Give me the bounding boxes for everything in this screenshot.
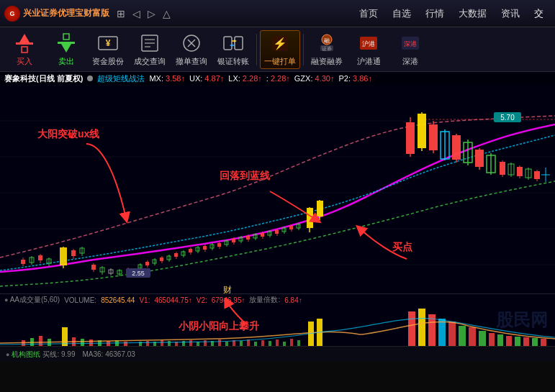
svg-rect-174	[269, 341, 271, 346]
svg-rect-129	[500, 162, 505, 175]
svg-marker-20	[230, 44, 233, 47]
hk-button[interactable]: 沪港 沪港通	[348, 30, 389, 69]
nav-market[interactable]: 行情	[418, 4, 451, 23]
svg-text:2.55: 2.55	[132, 270, 145, 277]
svg-rect-53	[91, 265, 96, 270]
svg-rect-117	[429, 124, 438, 150]
svg-rect-113	[406, 122, 415, 154]
deal-label: 成交查询	[134, 56, 166, 67]
svg-rect-184	[438, 319, 446, 346]
status-item-1: ● 机构图纸 买线: 9.99	[6, 350, 75, 360]
buy-button[interactable]: 买入	[4, 30, 45, 69]
main-chart-svg: 5.70 2.55	[0, 85, 555, 293]
buy-label: 买入	[17, 56, 32, 67]
svg-rect-185	[448, 322, 456, 346]
svg-rect-150	[81, 339, 84, 346]
margin-button[interactable]: 融 证券 融资融券	[307, 30, 347, 69]
svg-rect-69	[160, 257, 163, 261]
stock-mx: MX: 3.58↑	[149, 74, 185, 83]
buy-icon	[13, 32, 36, 55]
nav-watchlist[interactable]: 自选	[385, 4, 418, 23]
logo-text: 兴业证券优理宝财富版	[23, 7, 109, 19]
svg-rect-89	[232, 239, 235, 242]
assets-icon: ¥	[96, 32, 119, 55]
svg-rect-192	[515, 337, 520, 346]
svg-rect-187	[469, 327, 476, 346]
status-ma36: MA36: 46367.03	[82, 350, 135, 358]
nav-news[interactable]: 资讯	[494, 4, 527, 23]
svg-rect-3	[58, 42, 75, 44]
cancel-button[interactable]: 撤单查询	[171, 30, 212, 69]
svg-text:深港: 深港	[404, 40, 417, 47]
svg-rect-195	[541, 339, 546, 346]
status-buy-line: 买线: 9.99	[42, 350, 75, 360]
transfer-icon	[222, 32, 245, 55]
toolbar-divider-2	[303, 34, 304, 65]
nav-home[interactable]: 首页	[352, 4, 385, 23]
svg-rect-125	[475, 150, 484, 167]
nav-next-icon[interactable]: ▷	[145, 6, 158, 21]
svg-rect-0	[16, 42, 33, 45]
logo-icon: G	[4, 6, 20, 22]
svg-rect-191	[506, 336, 512, 346]
svg-rect-97	[261, 233, 264, 237]
volume-svg	[0, 306, 555, 346]
transfer-label: 银证转账	[217, 56, 249, 67]
svg-rect-178	[297, 340, 300, 346]
nav-grid-icon[interactable]: ⊞	[114, 6, 128, 21]
svg-rect-170	[240, 341, 243, 346]
toolbar-divider-1	[256, 34, 257, 65]
shen-button[interactable]: 深港 深港	[390, 30, 430, 69]
onekey-button[interactable]: ⚡ 一键打单	[260, 30, 300, 69]
cancel-icon	[180, 32, 203, 55]
sell-button[interactable]: 卖出	[46, 30, 86, 69]
status-item-2: MA36: 46367.03	[82, 350, 135, 358]
svg-rect-146	[39, 336, 42, 346]
svg-rect-186	[459, 326, 466, 346]
hk-label: 沪港通	[357, 56, 381, 67]
nav-bigdata[interactable]: 大数据	[451, 4, 494, 23]
svg-rect-181	[408, 311, 415, 346]
deal-icon	[138, 32, 161, 55]
onekey-icon: ⚡	[269, 32, 292, 55]
nav-controls: ⊞ ◁ ▷ △	[114, 6, 173, 21]
svg-text:⚡: ⚡	[273, 37, 287, 50]
vol-ratio-val: 6.84↑	[284, 296, 302, 304]
vol-volume-label: VOLUME:	[64, 296, 96, 304]
stock-lx: LX: 2.28↑	[228, 74, 262, 83]
stock-ux: UX: 4.87↑	[189, 74, 224, 83]
svg-rect-160	[168, 341, 171, 346]
svg-rect-39	[21, 260, 25, 264]
svg-rect-163	[189, 340, 192, 346]
onekey-label: 一键打单	[264, 56, 296, 67]
vol-v2-val: 67946.95↑	[212, 296, 245, 304]
svg-rect-167	[218, 339, 221, 346]
vol-volume-val: 852645.44	[101, 296, 135, 304]
chart-container[interactable]: 赛象科技(日线 前夏权) 超级矩线战法 MX: 3.58↑ UX: 4.87↑ …	[0, 72, 555, 346]
svg-rect-175	[276, 339, 279, 346]
stock-val: : 2.28↑	[266, 74, 290, 83]
svg-rect-5	[63, 34, 69, 40]
svg-rect-177	[290, 339, 293, 346]
svg-rect-193	[523, 337, 529, 346]
svg-rect-151	[89, 339, 93, 346]
svg-rect-189	[489, 333, 495, 346]
svg-rect-148	[62, 327, 68, 346]
svg-rect-16	[235, 37, 243, 50]
volume-info-bar: ● AA成交量(5,60) VOLUME: 852645.44 V1: 4650…	[0, 294, 555, 306]
status-bar: ● 机构图纸 买线: 9.99 MA36: 46367.03	[0, 346, 555, 362]
svg-text:融: 融	[324, 37, 330, 44]
assets-button[interactable]: ¥ 资金股份	[88, 30, 128, 69]
vol-indicator-text: AA成交量(5,60)	[10, 296, 60, 304]
deal-button[interactable]: 成交查询	[130, 30, 170, 69]
nav-trade[interactable]: 交	[527, 4, 551, 23]
shen-icon: 深港	[399, 32, 422, 55]
nav-prev-icon[interactable]: ◁	[130, 6, 143, 21]
nav-menu: 首页 自选 行情 大数据 资讯 交	[178, 4, 551, 23]
nav-up-icon[interactable]: △	[160, 6, 173, 21]
svg-rect-73	[174, 253, 178, 257]
svg-text:¥: ¥	[106, 38, 111, 48]
vol-v1-val: 465044.75↑	[154, 296, 191, 304]
transfer-button[interactable]: 银证转账	[213, 30, 253, 69]
stock-name: 赛象科技(日线 前夏权)	[4, 73, 83, 84]
